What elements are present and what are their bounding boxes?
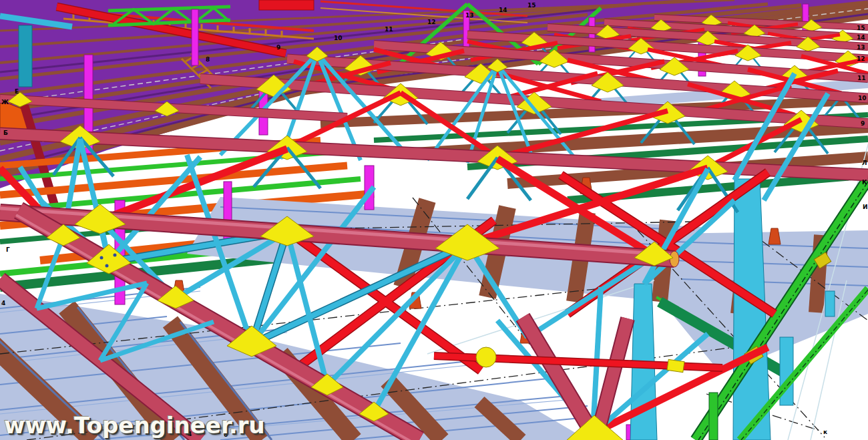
red-block [259,0,314,10]
grid-label: 9 [861,120,865,127]
grid-label: Ж [1,99,9,105]
grid-label: 8 [206,56,210,63]
teal-column [19,25,32,87]
structural-3d-scene: 891011121314151514131211109ЛКИЕЖБГ446к [0,0,868,440]
grid-label: 4 [1,300,5,306]
grid-label: 14 [499,7,507,13]
grid-label: 9 [276,44,280,51]
grid-label: 10 [858,95,867,101]
cyan-column [825,291,835,316]
grid-label: 12 [857,55,865,62]
grid-label: Л [862,160,867,166]
grid-label: 13 [465,12,474,19]
grid-label: 10 [334,35,343,41]
grid-label: Е [15,88,19,95]
grid-label: Б [3,130,8,136]
grid-label: к [823,429,827,435]
gusset-pad [667,359,684,372]
grid-label: 14 [857,34,865,41]
grid-label: И [863,204,868,210]
green-post [709,393,718,440]
grid-label: 15 [527,2,536,9]
grid-label: К [862,179,867,186]
grid-label: 13 [857,44,865,51]
chord-end-cap [670,251,679,267]
grid-label: 11 [857,75,866,81]
grid-label: 11 [385,26,393,33]
model-viewport[interactable]: 891011121314151514131211109ЛКИЕЖБГ446к w… [0,0,868,440]
gusset-round [476,347,496,367]
grid-label: 15 [857,25,865,31]
grid-label: Г [6,246,10,253]
watermark: www.Topengineer.ru [4,412,265,439]
grid-label: 12 [427,19,436,25]
